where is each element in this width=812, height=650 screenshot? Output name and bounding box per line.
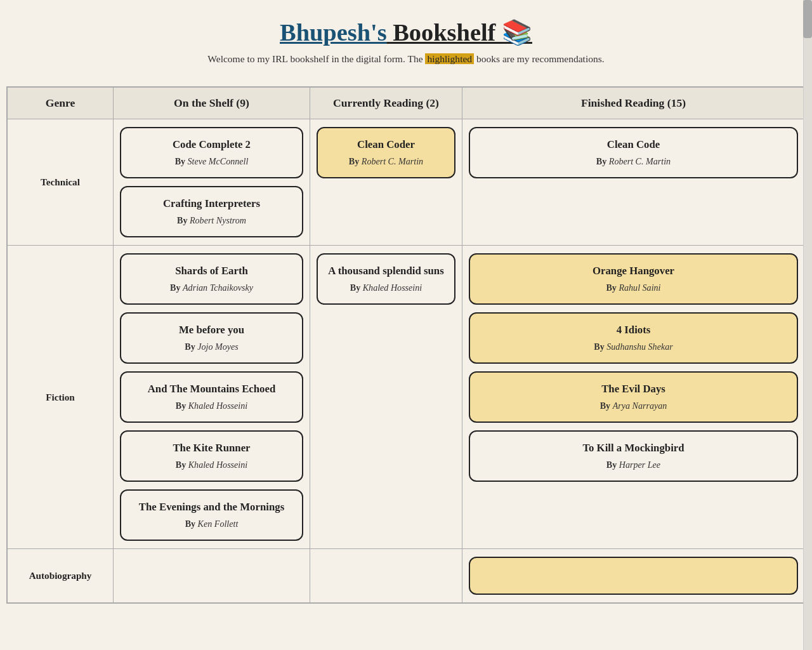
book-card: The Kite RunnerBy Khaled Hosseini [120,430,303,482]
book-author: By Robert C. Martin [479,156,788,167]
book-card: Orange HangoverBy Rahul Saini [469,253,798,305]
book-author: By Ken Follett [130,519,293,529]
by-label: By [170,282,183,293]
table-row: TechnicalCode Complete 2By Steve McConne… [8,119,805,246]
book-author: By Rahul Saini [479,282,788,293]
by-label: By [594,342,606,352]
author-name: Harper Lee [619,460,660,470]
book-title: Code Complete 2 [130,138,293,151]
book-title: Clean Code [479,138,788,151]
book-card [469,557,798,595]
bookshelf-table: Genre On the Shelf (9) Currently Reading… [7,87,805,603]
subtitle-highlight: highlighted [425,53,474,64]
book-title: Me before you [130,324,293,336]
current-cell: A thousand splendid sunsBy Khaled Hossei… [310,246,462,549]
col-header-finished: Finished Reading (15) [462,88,805,119]
book-title: Orange Hangover [479,265,788,277]
scrollbar-track[interactable] [803,0,812,604]
book-title: To Kill a Mockingbird [479,442,788,454]
table-row: Autobiography [8,549,805,603]
bookshelf-table-wrapper: Genre On the Shelf (9) Currently Reading… [6,86,806,604]
book-author: By Khaled Hosseini [327,282,445,293]
author-name: Adrian Tchaikovsky [183,282,253,293]
book-title: A thousand splendid suns [327,265,445,277]
author-name: Khaled Hosseini [188,460,247,470]
genre-cell: Autobiography [8,549,114,603]
book-author: By Khaled Hosseini [130,460,293,470]
col-header-current: Currently Reading (2) [310,88,462,119]
by-label: By [185,342,197,352]
book-title: 4 Idiots [479,324,788,336]
book-card: 4 IdiotsBy Sudhanshu Shekar [469,312,798,364]
author-name: Robert C. Martin [609,156,671,166]
subtitle: Welcome to my IRL bookshelf in the digit… [0,53,812,65]
author-name: Ken Follett [198,519,239,529]
book-author: By Steve McConnell [130,156,293,167]
book-author: By Sudhanshu Shekar [479,342,788,352]
book-card: The Evenings and the MorningsBy Ken Foll… [120,489,303,541]
author-name: Robert C. Martin [362,156,423,166]
table-row: FictionShards of EarthBy Adrian Tchaikov… [8,246,805,549]
book-author: By Jojo Moyes [130,342,293,352]
book-author: By Khaled Hosseini [130,401,293,411]
book-card: Clean CodeBy Robert C. Martin [469,127,798,178]
page-header: Bhupesh's Bookshelf 📚 Welcome to my IRL … [0,0,812,75]
by-label: By [176,460,188,470]
current-cell [310,549,462,603]
book-card: Me before youBy Jojo Moyes [120,312,303,364]
book-card: Crafting InterpretersBy Robert Nystrom [120,186,303,237]
book-author: By Adrian Tchaikovsky [130,282,293,293]
by-label: By [185,519,198,529]
book-title: And The Mountains Echoed [130,383,293,395]
subtitle-after: books are my recommendations. [474,53,605,64]
genre-cell: Fiction [8,246,114,549]
author-name: Jojo Moyes [197,342,239,352]
by-label: By [596,156,609,166]
book-card: Clean CoderBy Robert C. Martin [317,127,455,178]
by-label: By [600,401,613,411]
by-label: By [350,282,363,293]
book-author: By Arya Narrayan [479,401,788,411]
book-author: By Harper Lee [479,460,788,470]
book-title: Clean Coder [327,138,445,151]
finished-cell: Clean CodeBy Robert C. Martin [462,119,805,246]
book-title: The Evil Days [479,383,788,395]
current-cell: Clean CoderBy Robert C. Martin [310,119,462,246]
author-name: Arya Narrayan [613,401,667,411]
by-label: By [177,215,190,225]
author-name: Rahul Saini [619,282,660,293]
genre-cell: Technical [8,119,114,246]
author-name: Robert Nystrom [190,215,246,225]
title-name: Bhupesh's [280,19,387,46]
col-header-genre: Genre [8,88,114,119]
by-label: By [349,156,362,166]
subtitle-before: Welcome to my IRL bookshelf in the digit… [207,53,425,64]
book-card: The Evil DaysBy Arya Narrayan [469,371,798,423]
scrollbar-thumb[interactable] [803,0,812,38]
book-author: By Robert C. Martin [327,156,445,167]
finished-cell [462,549,805,603]
finished-cell: Orange HangoverBy Rahul Saini4 IdiotsBy … [462,246,805,549]
by-label: By [175,156,188,166]
by-label: By [606,282,619,293]
author-name: Khaled Hosseini [363,282,422,293]
book-card: Shards of EarthBy Adrian Tchaikovsky [120,253,303,305]
book-card: To Kill a MockingbirdBy Harper Lee [469,430,798,482]
book-card: And The Mountains EchoedBy Khaled Hossei… [120,371,303,423]
shelf-cell: Shards of EarthBy Adrian TchaikovskyMe b… [114,246,310,549]
book-card: Code Complete 2By Steve McConnell [120,127,303,178]
book-title: Shards of Earth [130,265,293,277]
book-title: The Evenings and the Mornings [130,501,293,514]
by-label: By [176,401,188,411]
book-title: The Kite Runner [130,442,293,454]
col-header-shelf: On the Shelf (9) [114,88,310,119]
author-name: Steve McConnell [188,156,249,166]
title-rest: Bookshelf 📚 [387,19,532,46]
author-name: Khaled Hosseini [188,401,247,411]
by-label: By [606,460,619,470]
shelf-cell: Code Complete 2By Steve McConnellCraftin… [114,119,310,246]
author-name: Sudhanshu Shekar [606,342,672,352]
page-title: Bhupesh's Bookshelf 📚 [0,18,812,47]
shelf-cell [114,549,310,603]
book-title: Crafting Interpreters [130,197,293,210]
